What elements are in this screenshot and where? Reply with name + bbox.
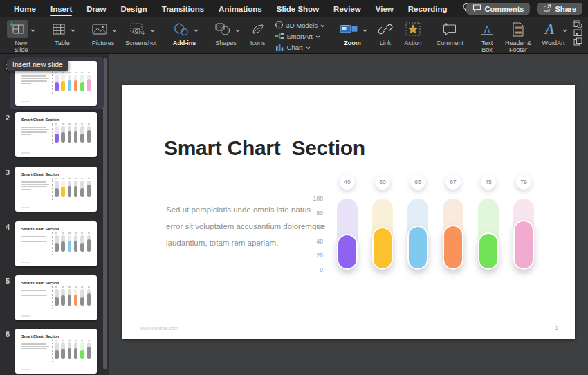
- slide-thumbnail-3[interactable]: Smart Chart Section: [15, 167, 97, 212]
- mini-body-line: [21, 293, 49, 294]
- bar-value[interactable]: [407, 226, 428, 270]
- ribbon-comment[interactable]: Comment: [432, 20, 468, 46]
- ribbon-add-ins[interactable]: Add-ins: [167, 20, 203, 46]
- object-icon[interactable]: [573, 37, 582, 46]
- bar-value[interactable]: [337, 234, 358, 270]
- slide-number-6: 6: [6, 330, 10, 338]
- bar-value[interactable]: [513, 220, 534, 270]
- add-ins-label: Add-ins: [173, 39, 196, 46]
- pictures-label: Pictures: [92, 39, 115, 46]
- mini-body-line: [21, 127, 46, 128]
- slide-thumbnail-6[interactable]: Smart Chart Section: [15, 329, 97, 374]
- ribbon-shapes[interactable]: Shapes: [208, 20, 244, 46]
- mini-body-line: [21, 134, 31, 136]
- chevron-down-icon: [112, 23, 117, 35]
- 3d-models-icon: [275, 21, 284, 30]
- chevron-down-icon: [315, 33, 320, 40]
- ribbon-pictures[interactable]: Pictures: [85, 20, 121, 46]
- ribbon-link[interactable]: Link: [371, 20, 399, 46]
- share-button[interactable]: Share: [537, 3, 582, 15]
- menu-tab-design[interactable]: Design: [120, 0, 147, 17]
- value-badge: 45: [481, 174, 496, 190]
- y-axis-tick-60: 60: [301, 223, 323, 230]
- chevron-down-icon: [194, 23, 199, 35]
- value-badge: 79: [516, 174, 531, 190]
- menu-tab-transitions[interactable]: Transitions: [162, 0, 204, 17]
- slide-title[interactable]: Smart Chart Section: [164, 136, 365, 160]
- mini-body-line: [21, 78, 49, 80]
- ribbon-icons[interactable]: Icons: [244, 20, 272, 46]
- ribbon-smartart[interactable]: SmartArt: [275, 31, 325, 42]
- chart-label: Chart: [287, 44, 303, 51]
- mini-title: Smart Chart Section: [21, 334, 59, 338]
- menu-tab-animations[interactable]: Animations: [219, 0, 262, 17]
- slide-footer-url: www.website.com: [140, 326, 178, 331]
- slide-number-icon[interactable]: [573, 29, 582, 37]
- ribbon-3d-models[interactable]: 3D Models: [275, 20, 325, 30]
- slide-thumbnail-5[interactable]: Smart Chart Section: [15, 275, 97, 320]
- ribbon-group-6: Comment: [430, 17, 470, 53]
- menu-tab-review[interactable]: Review: [333, 0, 361, 17]
- comments-button[interactable]: Comments: [466, 3, 531, 15]
- mini-footer: [21, 101, 30, 102]
- slide-thumbnail-2[interactable]: Smart Chart Section: [15, 112, 97, 157]
- action-icon: [403, 21, 423, 37]
- bar-value[interactable]: [478, 232, 499, 270]
- menu-tab-insert[interactable]: Insert: [50, 0, 72, 17]
- ribbon-chart[interactable]: Chart: [275, 42, 325, 53]
- bar-value[interactable]: [443, 225, 463, 270]
- menu-tab-draw[interactable]: Draw: [86, 0, 106, 17]
- slide-thumbnail-4[interactable]: Smart Chart Section: [15, 221, 97, 266]
- menu-tab-view[interactable]: View: [376, 0, 394, 17]
- mini-footer: [21, 262, 30, 263]
- comment-label: Comment: [437, 39, 463, 46]
- menu-tabs: HomeInsertDrawDesignTransitionsAnimation…: [14, 0, 462, 17]
- ribbon-header-footer[interactable]: Header &Footer: [501, 20, 535, 53]
- ribbon-new-slide[interactable]: NewSlide: [3, 20, 39, 53]
- mini-body-line: [21, 184, 49, 185]
- top-actions: Comments Share: [466, 3, 582, 15]
- wordart-label: WordArt: [542, 39, 565, 46]
- mini-title: Smart Chart Section: [21, 172, 59, 176]
- zoom-icon: [338, 21, 360, 37]
- chevron-down-icon: [71, 23, 75, 35]
- slide-canvas: Smart Chart Section Sed ut perspiciatis …: [109, 54, 588, 375]
- mini-chart: [52, 340, 92, 362]
- date-time-icon[interactable]: [573, 20, 582, 28]
- menu-tab-home[interactable]: Home: [14, 0, 36, 17]
- ribbon-screenshot[interactable]: Screenshot: [121, 20, 161, 46]
- mini-body-line: [21, 189, 31, 190]
- menu-tab-recording[interactable]: Recording: [408, 0, 448, 17]
- link-label: Link: [380, 39, 392, 46]
- slide-number-3: 3: [6, 168, 10, 176]
- ribbon-action[interactable]: Action: [399, 20, 427, 46]
- mini-chart: [52, 178, 92, 200]
- menu-tab-slide-show[interactable]: Slide Show: [277, 0, 319, 17]
- mini-body-line: [21, 351, 31, 352]
- mini-footer: [21, 207, 30, 208]
- ribbon: NewSlideTablePicturesScreenshotAdd-insSh…: [0, 17, 588, 54]
- header-footer-label: Header &Footer: [505, 39, 531, 53]
- ribbon-zoom[interactable]: Zoom: [333, 20, 371, 46]
- smartart-icon: [275, 32, 284, 42]
- new-slide-icon: [7, 20, 28, 38]
- main-slide[interactable]: Smart Chart Section Sed ut perspiciatis …: [122, 85, 575, 339]
- mini-footer: [21, 369, 30, 370]
- menu-bar: HomeInsertDrawDesignTransitionsAnimation…: [0, 0, 588, 17]
- icons-icon: [248, 21, 268, 37]
- ribbon-table[interactable]: Table: [45, 20, 80, 46]
- mini-footer: [21, 315, 30, 317]
- table-label: Table: [55, 39, 70, 46]
- ribbon-text-box[interactable]: ATextBox: [473, 20, 501, 53]
- bar-value[interactable]: [372, 227, 393, 270]
- link-icon: [376, 21, 395, 37]
- share-label: Share: [555, 5, 576, 13]
- ribbon-group-4: ShapesIcons3D ModelsSmartArtChart: [205, 17, 331, 53]
- mini-body-line: [21, 131, 47, 133]
- mini-body-line: [21, 298, 31, 299]
- ribbon-wordart[interactable]: AWordArt: [535, 20, 571, 46]
- comments-label: Comments: [485, 5, 524, 13]
- shapes-label: Shapes: [215, 39, 237, 46]
- screenshot-icon: [127, 21, 148, 38]
- smartart-label: SmartArt: [287, 33, 313, 40]
